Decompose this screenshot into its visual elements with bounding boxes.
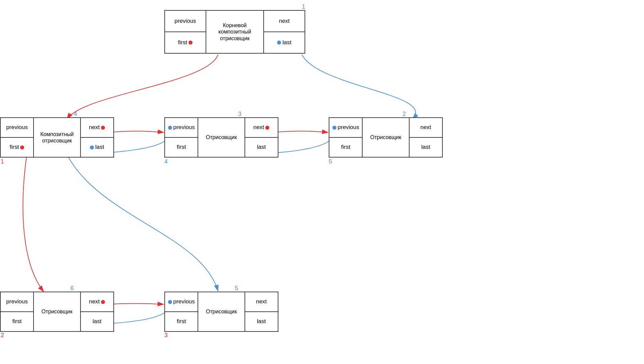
composite-num2: 4 <box>74 111 77 118</box>
renderer2-first: first <box>165 137 198 157</box>
root-first: first <box>165 32 206 53</box>
renderer4-num1: 2 <box>1 332 4 339</box>
renderer4-next-dot <box>101 300 105 304</box>
root-previous: previous <box>165 10 206 32</box>
root-label: Корневой композитный отрисовщик <box>206 10 264 53</box>
composite-label: Композитный отрисовщик <box>34 118 80 157</box>
composite-node: previous Композитный отрисовщик next fir… <box>0 117 114 158</box>
renderer2-previous: previous <box>165 118 198 137</box>
composite-next-dot <box>101 126 105 130</box>
composite-last-dot <box>90 145 94 149</box>
renderer3-last: last <box>409 137 442 157</box>
renderer3-next: next <box>409 118 442 137</box>
renderer5-first: first <box>165 312 198 331</box>
root-next: next <box>264 10 305 32</box>
renderer4-last: last <box>80 312 114 331</box>
root-first-dot <box>189 41 193 45</box>
renderer4-first: first <box>0 312 34 331</box>
renderer4-num2: 6 <box>70 285 74 292</box>
renderer5-label: Отрисовщик <box>198 292 245 331</box>
renderer5-last: last <box>245 312 278 331</box>
renderer2-previous-dot <box>168 126 172 130</box>
root-node: previous Корневой композитный отрисовщик… <box>164 10 305 54</box>
renderer2-last: last <box>245 137 278 157</box>
composite-previous: previous <box>0 118 34 137</box>
renderer2-num2: 3 <box>238 111 241 118</box>
renderer2-next-dot <box>265 126 269 130</box>
renderer3-previous: previous <box>329 118 362 137</box>
renderer4-label: Отрисовщик <box>34 292 80 331</box>
root-num: 1 <box>302 3 305 10</box>
renderer3-previous-dot <box>332 126 336 130</box>
renderer4-previous: previous <box>0 292 34 312</box>
renderer3-label: Отрисовщик <box>362 118 409 157</box>
renderer5-num1: 3 <box>164 332 168 339</box>
renderer2-num1: 4 <box>164 158 168 165</box>
composite-first-dot <box>20 145 24 149</box>
renderer4-next: next <box>80 292 114 312</box>
renderer2-label: Отрисовщик <box>198 118 245 157</box>
composite-last: last <box>80 137 114 157</box>
composite-num1: 1 <box>1 158 4 165</box>
renderer2-node: previous Отрисовщик next first last <box>164 117 278 158</box>
renderer3-node: previous Отрисовщик next first last <box>329 117 443 158</box>
renderer3-num2: 2 <box>402 111 406 118</box>
composite-next: next <box>80 118 114 137</box>
renderer3-num1: 5 <box>329 158 332 165</box>
renderer5-previous: previous <box>165 292 198 312</box>
renderer5-next: next <box>245 292 278 312</box>
renderer5-previous-dot <box>168 300 172 304</box>
root-last-dot <box>277 41 281 45</box>
renderer4-node: previous Отрисовщик next first last <box>0 292 114 332</box>
renderer5-node: previous Отрисовщик next first last <box>164 292 278 332</box>
renderer5-num2: 5 <box>235 285 238 292</box>
root-last: last <box>264 32 305 53</box>
composite-first: first <box>0 137 34 157</box>
renderer2-next: next <box>245 118 278 137</box>
renderer3-first: first <box>329 137 362 157</box>
